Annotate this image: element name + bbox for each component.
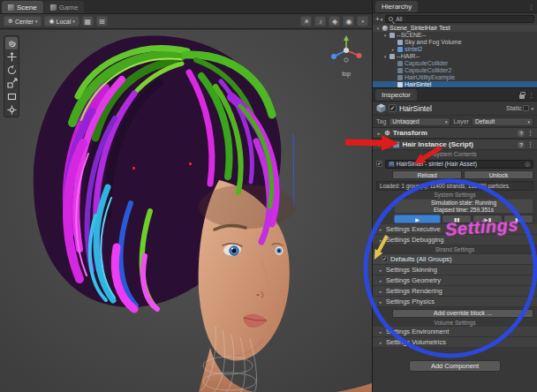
grid-icon: ▦: [84, 18, 91, 26]
hierarchy-item[interactable]: CapsuleCollider: [373, 60, 537, 67]
kebab-menu-icon[interactable]: ⋮: [528, 4, 534, 11]
audio-toggle-button[interactable]: ♪: [314, 16, 326, 26]
gizmos-dropdown[interactable]: ▾: [357, 16, 368, 26]
scene-toolbar: ⊕ Center ▾ ◉ Local ▾ ▦ ⊞ ☀ ♪ ◈ ◉ ▾: [0, 14, 372, 29]
scene-orientation-gizmo[interactable]: top: [326, 34, 367, 77]
hierarchy-item[interactable]: ▾ --HAIR--: [373, 53, 537, 60]
foldout-settings-environment[interactable]: ▸ Settings Environment: [373, 327, 537, 337]
chevron-down-icon[interactable]: ▾: [531, 106, 533, 111]
defaults-all-groups-row[interactable]: ✓ Defaults (All Groups): [373, 253, 537, 265]
foldout-settings-physics[interactable]: ▸ Settings Physics: [373, 297, 537, 307]
section-system-settings: System Settings: [373, 191, 537, 199]
create-object-button[interactable]: + ▾: [375, 15, 382, 23]
kebab-menu-icon[interactable]: ⋮: [527, 130, 533, 137]
object-picker-icon[interactable]: ◎: [525, 161, 530, 168]
camera-settings-button[interactable]: ◉: [343, 16, 354, 26]
hierarchy-item-scene[interactable]: ▾ Scene_SintelHair Test: [373, 25, 537, 32]
foldout-settings-executive[interactable]: ▸ Settings Executive: [373, 224, 537, 235]
static-checkbox[interactable]: [523, 105, 529, 111]
scale-icon: [6, 78, 18, 89]
hierarchy-item[interactable]: ▸ sintel2: [373, 46, 537, 53]
kebab-menu-icon[interactable]: ⋮: [527, 141, 533, 148]
foldout-settings-rendering[interactable]: ▸ Settings Rendering: [373, 286, 537, 297]
plus-icon: +: [375, 15, 380, 23]
transform-icon: ⊕: [384, 130, 390, 137]
help-icon[interactable]: ?: [518, 130, 525, 137]
pause-icon: ▮▮: [454, 216, 460, 222]
right-pane: Hierarchy ⋮ + ▾ All ▾ Scene_Sint: [372, 0, 537, 392]
grid-toggle-button[interactable]: ▦: [82, 16, 94, 26]
foldout-caret-icon[interactable]: ▸: [390, 46, 396, 53]
hierarchy-panel: Hierarchy ⋮ + ▾ All ▾ Scene_Sint: [373, 0, 537, 88]
add-component-button[interactable]: Add Component: [409, 360, 501, 372]
help-icon[interactable]: ?: [518, 141, 525, 148]
hair-instance-component-header[interactable]: ▾ ✓ ▤ Hair Instance (Script) ? ⋮: [373, 139, 537, 150]
rect-tool-button[interactable]: [5, 90, 18, 102]
step-button[interactable]: ▶▮: [473, 215, 503, 223]
kebab-menu-icon[interactable]: ⋮: [528, 92, 534, 99]
search-icon: [389, 17, 393, 21]
move-tool-button[interactable]: [5, 50, 18, 63]
lighting-toggle-button[interactable]: ☀: [300, 16, 312, 26]
pause-button[interactable]: ▮▮: [442, 215, 472, 223]
effects-toggle-button[interactable]: ◈: [329, 16, 340, 26]
lock-icon[interactable]: [519, 94, 525, 99]
pivot-label: Center: [15, 19, 34, 25]
unlock-button[interactable]: Unlock: [464, 170, 533, 179]
foldout-settings-skinning[interactable]: ▸ Settings Skinning: [373, 265, 537, 275]
foldout-caret-icon: ▸: [378, 299, 383, 305]
step-icon: ▶▮: [484, 216, 491, 222]
hierarchy-item[interactable]: CapsuleCollider2: [373, 67, 537, 74]
hierarchy-search-input[interactable]: All: [385, 15, 534, 23]
foldout-caret-icon[interactable]: ▾: [375, 25, 381, 32]
search-text: All: [396, 16, 402, 22]
gizmo-view-label[interactable]: top: [326, 71, 367, 77]
foldout-caret-icon[interactable]: ▸: [376, 131, 382, 136]
foldout-caret-icon[interactable]: ▾: [382, 32, 388, 39]
scene-asset-icon: [382, 26, 388, 31]
reload-button[interactable]: Reload: [392, 170, 462, 179]
snap-icon: ⊞: [99, 18, 105, 26]
tab-inspector[interactable]: Inspector: [375, 89, 417, 101]
chevron-down-icon: ▾: [381, 17, 383, 22]
asset-checkbox[interactable]: ✓: [376, 161, 382, 167]
globe-icon: ◉: [49, 18, 54, 25]
foldout-settings-volumetrics[interactable]: ▸ Settings Volumetrics: [373, 337, 537, 348]
hair-asset-object-field[interactable]: ▤ HairSintel - sintel (Hair Asset) ◎: [385, 160, 533, 169]
hierarchy-item[interactable]: Sky and Fog Volume: [373, 39, 537, 46]
tab-hierarchy[interactable]: Hierarchy: [375, 1, 418, 12]
tab-scene[interactable]: Scene: [2, 1, 43, 13]
view-tool-button[interactable]: [5, 37, 18, 49]
hierarchy-item-hairsintel[interactable]: HairSintel: [373, 81, 537, 88]
active-checkbox[interactable]: ✓: [389, 104, 397, 112]
tag-dropdown[interactable]: Untagged ▾: [389, 117, 450, 126]
static-label: Static: [506, 105, 522, 111]
transform-component-header[interactable]: ▸ ⊕ Transform ? ⋮: [373, 127, 537, 139]
snap-toggle-button[interactable]: ⊞: [96, 16, 108, 26]
foldout-settings-geometry[interactable]: ▸ Settings Geometry: [373, 275, 537, 286]
transform-icon: [6, 104, 18, 116]
pivot-dropdown[interactable]: ⊕ Center ▾: [4, 16, 42, 26]
rotate-tool-button[interactable]: [5, 64, 18, 76]
rewind-button[interactable]: ▮◀: [503, 215, 533, 223]
transform-tool-button[interactable]: [5, 103, 18, 116]
hierarchy-item[interactable]: HairUtilityExample: [373, 74, 537, 81]
scale-tool-button[interactable]: [5, 77, 18, 89]
defaults-checkbox[interactable]: ✓: [382, 256, 388, 262]
scene-viewport[interactable]: top: [0, 30, 372, 392]
component-enabled-checkbox[interactable]: ✓: [384, 141, 390, 147]
hierarchy-item[interactable]: ▾ --SCENE--: [373, 32, 537, 39]
foldout-caret-icon[interactable]: ▾: [376, 142, 382, 147]
orientation-dropdown[interactable]: ◉ Local ▾: [44, 16, 79, 26]
scene-tab-icon: [8, 4, 14, 11]
inspector-header: ✓ HairSintel Static ▾: [373, 102, 537, 116]
add-override-button[interactable]: Add override block ...: [392, 309, 533, 318]
foldout-settings-debugging[interactable]: ▸ Settings Debugging: [373, 235, 537, 245]
play-button[interactable]: ▶: [394, 215, 441, 223]
foldout-caret-icon[interactable]: ▾: [382, 53, 388, 60]
tab-game[interactable]: Game: [44, 1, 85, 13]
scene-pane: Scene Game ⊕ Center ▾ ◉ Local ▾ ▦ ⊞ ☀ ♪: [0, 0, 372, 392]
layer-dropdown[interactable]: Default ▾: [472, 117, 533, 126]
object-name-field[interactable]: HairSintel: [399, 104, 503, 113]
gameobject-icon: [390, 33, 395, 38]
